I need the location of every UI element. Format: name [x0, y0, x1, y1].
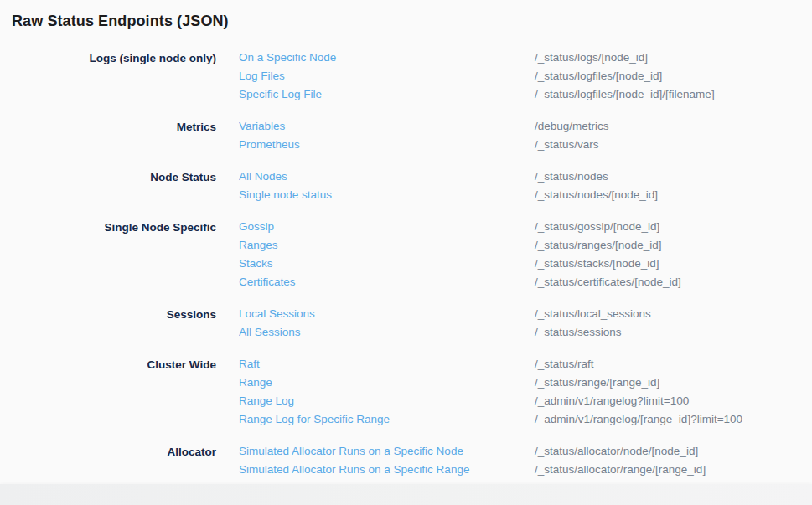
endpoint-link[interactable]: Gossip: [239, 218, 535, 236]
endpoint-link[interactable]: Prometheus: [239, 136, 535, 154]
endpoint-link[interactable]: Stacks: [239, 255, 535, 273]
endpoint-url: /_status/logfiles/[node_id]/[filename]: [535, 85, 812, 104]
category-label: Allocator: [167, 446, 216, 458]
page-title: Raw Status Endpoints (JSON): [12, 10, 812, 32]
footer-strip: [0, 484, 812, 505]
endpoint-row: Range Log for Specific Range /_admin/v1/…: [239, 410, 812, 429]
endpoint-link[interactable]: Single node status: [239, 186, 535, 204]
endpoint-link[interactable]: All Sessions: [239, 323, 535, 342]
category-cell: Sessions: [0, 305, 239, 324]
endpoint-group: Logs (single node only) On a Specific No…: [0, 49, 812, 104]
endpoint-rows: On a Specific Node /_status/logs/[node_i…: [239, 49, 812, 104]
endpoint-link[interactable]: Simulated Allocator Runs on a Specific R…: [239, 461, 535, 479]
endpoint-row: Variables /debug/metrics: [239, 117, 812, 136]
endpoint-row: All Sessions /_status/sessions: [239, 323, 812, 342]
endpoint-link[interactable]: Log Files: [239, 67, 535, 85]
endpoint-group: Allocator Simulated Allocator Runs on a …: [0, 442, 812, 479]
endpoint-url: /_status/gossip/[node_id]: [535, 218, 812, 236]
endpoint-link[interactable]: Local Sessions: [239, 305, 535, 323]
endpoint-link[interactable]: Variables: [239, 117, 535, 136]
endpoint-url: /_admin/v1/rangelog/[range_id]?limit=100: [535, 410, 812, 429]
endpoint-url: /_status/certificates/[node_id]: [535, 273, 812, 291]
endpoint-link[interactable]: Specific Log File: [239, 85, 535, 104]
endpoint-url: /_status/sessions: [535, 323, 812, 342]
endpoint-url: /_status/vars: [535, 136, 812, 154]
endpoint-row: Prometheus /_status/vars: [239, 136, 812, 154]
endpoint-url: /_status/ranges/[node_id]: [535, 236, 812, 255]
endpoint-group: Node Status All Nodes /_status/nodes Sin…: [0, 167, 812, 204]
category-cell: Metrics: [0, 117, 239, 137]
endpoint-group: Single Node Specific Gossip /_status/gos…: [0, 218, 812, 291]
endpoint-rows: Local Sessions /_status/local_sessions A…: [239, 305, 812, 342]
endpoint-url: /_status/stacks/[node_id]: [535, 255, 812, 273]
endpoint-rows: All Nodes /_status/nodes Single node sta…: [239, 167, 812, 204]
endpoint-rows: Raft /_status/raft Range /_status/range/…: [239, 355, 812, 429]
endpoint-url: /_status/logs/[node_id]: [535, 49, 812, 67]
endpoint-group: Metrics Variables /debug/metrics Prometh…: [0, 117, 812, 154]
endpoint-row: Raft /_status/raft: [239, 355, 812, 374]
endpoint-url: /_admin/v1/rangelog?limit=100: [535, 392, 812, 410]
category-label: Logs (single node only): [90, 52, 217, 64]
debug-endpoints-page: Raw Status Endpoints (JSON) Logs (single…: [0, 0, 812, 479]
endpoint-url: /_status/local_sessions: [535, 305, 812, 323]
endpoint-rows: Simulated Allocator Runs on a Specific N…: [239, 442, 812, 479]
endpoint-row: Single node status /_status/nodes/[node_…: [239, 186, 812, 204]
endpoint-row: All Nodes /_status/nodes: [239, 167, 812, 186]
endpoint-link[interactable]: Raft: [239, 355, 535, 374]
endpoint-rows: Variables /debug/metrics Prometheus /_st…: [239, 117, 812, 154]
category-label: Sessions: [167, 308, 216, 321]
endpoint-link[interactable]: Range Log: [239, 392, 535, 410]
endpoint-link[interactable]: All Nodes: [239, 167, 535, 186]
endpoint-rows: Gossip /_status/gossip/[node_id] Ranges …: [239, 218, 812, 291]
endpoint-link[interactable]: Range Log for Specific Range: [239, 410, 535, 429]
endpoint-url: /_status/nodes: [535, 167, 812, 186]
endpoint-row: On a Specific Node /_status/logs/[node_i…: [239, 49, 812, 67]
endpoint-group: Cluster Wide Raft /_status/raft Range /_…: [0, 355, 812, 429]
endpoint-url: /_status/allocator/range/[range_id]: [535, 461, 812, 479]
category-cell: Logs (single node only): [0, 49, 239, 68]
endpoint-url: /_status/range/[range_id]: [535, 374, 812, 392]
endpoint-link[interactable]: Simulated Allocator Runs on a Specific N…: [239, 442, 535, 461]
endpoint-row: Simulated Allocator Runs on a Specific N…: [239, 442, 812, 461]
category-label: Single Node Specific: [104, 221, 216, 234]
endpoint-row: Range Log /_admin/v1/rangelog?limit=100: [239, 392, 812, 410]
endpoint-link[interactable]: Range: [239, 374, 535, 392]
category-cell: Cluster Wide: [0, 355, 239, 374]
endpoint-row: Log Files /_status/logfiles/[node_id]: [239, 67, 812, 85]
endpoint-row: Gossip /_status/gossip/[node_id]: [239, 218, 812, 236]
endpoint-row: Local Sessions /_status/local_sessions: [239, 305, 812, 323]
endpoint-row: Specific Log File /_status/logfiles/[nod…: [239, 85, 812, 104]
endpoint-link[interactable]: On a Specific Node: [239, 49, 535, 67]
endpoint-row: Simulated Allocator Runs on a Specific R…: [239, 461, 812, 479]
category-label: Node Status: [150, 171, 216, 183]
category-cell: Node Status: [0, 167, 239, 187]
endpoint-groups: Logs (single node only) On a Specific No…: [0, 49, 812, 479]
endpoint-row: Range /_status/range/[range_id]: [239, 374, 812, 392]
endpoint-group: Sessions Local Sessions /_status/local_s…: [0, 305, 812, 342]
endpoint-url: /_status/allocator/node/[node_id]: [535, 442, 812, 461]
category-cell: Allocator: [0, 442, 239, 461]
category-label: Metrics: [177, 121, 216, 133]
endpoint-url: /_status/nodes/[node_id]: [535, 186, 812, 204]
endpoint-row: Stacks /_status/stacks/[node_id]: [239, 255, 812, 273]
endpoint-link[interactable]: Ranges: [239, 236, 535, 255]
endpoint-row: Certificates /_status/certificates/[node…: [239, 273, 812, 291]
endpoint-url: /_status/raft: [535, 355, 812, 374]
category-cell: Single Node Specific: [0, 218, 239, 237]
endpoint-url: /debug/metrics: [535, 117, 812, 136]
endpoint-link[interactable]: Certificates: [239, 273, 535, 291]
endpoint-row: Ranges /_status/ranges/[node_id]: [239, 236, 812, 255]
category-label: Cluster Wide: [147, 358, 216, 371]
endpoint-url: /_status/logfiles/[node_id]: [535, 67, 812, 85]
